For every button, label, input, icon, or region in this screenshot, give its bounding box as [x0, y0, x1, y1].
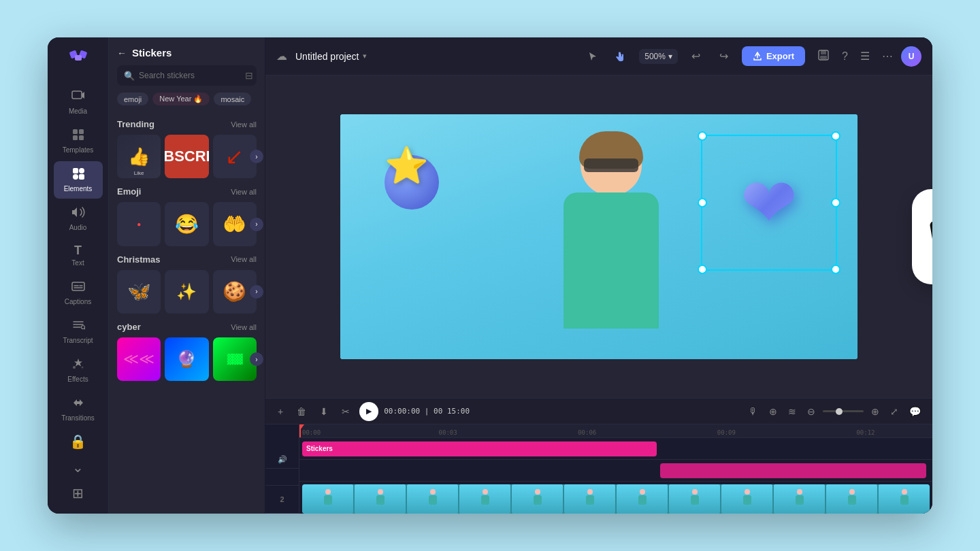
sidebar-item-label-captions: Captions — [65, 298, 91, 306]
video-frame-5[interactable] — [512, 484, 563, 514]
sidebar-item-lock[interactable]: 🔒 — [54, 429, 103, 454]
video-frame-1[interactable] — [302, 484, 353, 514]
handle-top-left[interactable] — [698, 131, 707, 141]
sidebar-item-media[interactable]: Media — [54, 84, 103, 121]
more-btn[interactable]: ⋯ — [878, 47, 897, 65]
play-button[interactable]: ▶ — [359, 402, 378, 421]
mic-btn[interactable]: 🎙 — [745, 404, 762, 419]
tag-new-year[interactable]: New Year 🔥 — [152, 93, 210, 105]
zoom-slider[interactable] — [823, 410, 864, 412]
playhead — [299, 424, 301, 437]
handle-top-right[interactable] — [831, 131, 840, 141]
christmas-sticker-1[interactable]: 🦋 — [117, 270, 161, 314]
zoom-out-btn[interactable]: ⊖ — [804, 404, 819, 419]
user-avatar[interactable]: U — [901, 46, 921, 67]
app-container: Media Templates — [48, 37, 932, 514]
handle-bottom-left[interactable] — [698, 265, 707, 274]
export-button[interactable]: Export — [742, 46, 805, 66]
hand-tool-btn[interactable] — [609, 47, 631, 66]
fullscreen-btn[interactable]: ⤢ — [887, 404, 902, 419]
timeline-tracks: 🔊 2 00:00 00:03 00:06 00:09 — [265, 424, 932, 514]
save-btn[interactable] — [813, 46, 834, 67]
video-frame-3[interactable] — [407, 484, 458, 514]
sidebar-item-captions[interactable]: Captions — [54, 274, 103, 312]
view-all-cyber[interactable]: View all — [231, 323, 257, 331]
cyber-sticker-1[interactable]: ≪≪ — [117, 337, 161, 381]
cyber-sticker-2[interactable]: 🔮 — [165, 337, 208, 381]
magnet-btn[interactable]: ⊕ — [766, 404, 781, 419]
tag-emoji[interactable]: emoji — [117, 93, 148, 105]
back-button[interactable]: ← Stickers — [117, 47, 172, 59]
timeline-delete-btn[interactable]: 🗑 — [293, 403, 310, 420]
timeline-add-btn[interactable]: + — [274, 403, 287, 420]
timeline-split-btn[interactable]: ✂ — [338, 403, 354, 420]
handle-middle-left[interactable] — [698, 198, 707, 207]
zoom-control[interactable]: 500% ▾ — [639, 49, 678, 64]
svg-rect-6 — [73, 135, 78, 140]
sticker-heart[interactable]: ❤ — [708, 141, 830, 264]
sticker-bar-1[interactable]: Stickers — [302, 441, 657, 456]
search-input[interactable] — [139, 71, 241, 80]
video-frame-7[interactable] — [617, 484, 668, 514]
video-frame-4[interactable] — [459, 484, 510, 514]
video-frame-2[interactable] — [355, 484, 406, 514]
emoji-scroll-right[interactable]: › — [250, 218, 263, 231]
video-frame-11[interactable] — [826, 484, 877, 514]
handle-middle-right[interactable] — [831, 198, 840, 207]
emoji-sticker-1[interactable]: ● — [117, 202, 161, 246]
sidebar-item-text[interactable]: T Text — [54, 239, 103, 273]
timeline-download-btn[interactable]: ⬇ — [316, 403, 332, 420]
sidebar-item-audio[interactable]: Audio — [54, 200, 103, 237]
svg-rect-7 — [79, 135, 84, 140]
christmas-scroll-right[interactable]: › — [250, 285, 263, 299]
sidebar-item-effects[interactable]: Effects — [54, 352, 103, 389]
trending-sticker-1[interactable]: 👍 Like — [117, 135, 161, 178]
sidebar-item-transitions[interactable]: Transitions — [54, 390, 103, 428]
view-all-christmas[interactable]: View all — [231, 255, 257, 263]
video-frame-8[interactable] — [669, 484, 720, 514]
sidebar-item-templates[interactable]: Templates — [54, 122, 103, 160]
video-frame-10[interactable] — [774, 484, 825, 514]
project-name[interactable]: Untitled project ▾ — [295, 51, 367, 62]
video-frame-9[interactable] — [721, 484, 772, 514]
emoji-sticker-2[interactable]: 😂 — [165, 202, 208, 246]
caption-timeline-btn[interactable]: 💬 — [906, 404, 924, 419]
cyber-scroll-right[interactable]: › — [250, 352, 263, 366]
waveform-btn[interactable]: ≋ — [785, 404, 800, 419]
menu-btn[interactable]: ☰ — [856, 47, 874, 65]
cyber-grid: ≪≪ 🔮 ▓▓▓ › — [117, 337, 257, 381]
video-frame-12[interactable] — [879, 484, 930, 514]
sidebar-item-elements[interactable]: Elements — [54, 161, 103, 199]
sticker-bar-2[interactable] — [660, 463, 926, 478]
sidebar-item-transcript[interactable]: Transcript — [54, 313, 103, 350]
sidebar-item-expand[interactable]: ⌄ — [54, 455, 103, 480]
panel-title: Stickers — [132, 47, 172, 59]
redo-btn[interactable]: ↪ — [714, 46, 734, 67]
undo-btn[interactable]: ↩ — [686, 46, 706, 67]
time-marker-2: 00:06 — [578, 429, 596, 436]
help-btn[interactable]: ? — [838, 48, 852, 65]
christmas-sticker-2[interactable]: ✨ — [165, 270, 208, 314]
cursor-tool-btn[interactable] — [582, 47, 604, 66]
section-trending-title: Trending — [117, 119, 154, 129]
video-frame-6[interactable] — [564, 484, 615, 514]
time-display: 00:00:00 | 00 15:00 — [384, 407, 470, 416]
trending-scroll-right[interactable]: › — [250, 150, 263, 163]
time-ruler: 00:00 00:03 00:06 00:09 00:12 — [299, 424, 932, 438]
view-all-emoji[interactable]: View all — [231, 188, 257, 196]
trending-sticker-2[interactable]: SUBSCRIBE — [165, 135, 208, 178]
search-bar: 🔍 ⊟ — [117, 65, 257, 86]
handle-bottom-right[interactable] — [831, 265, 840, 274]
sidebar-item-settings[interactable]: ⊞ — [54, 481, 103, 505]
tag-mosaic[interactable]: mosaic — [214, 93, 251, 105]
canvas-frame: ⭐ — [340, 114, 858, 359]
sticker-label: Stickers — [306, 445, 333, 452]
view-all-trending[interactable]: View all — [231, 120, 257, 129]
filter-icon[interactable]: ⊟ — [245, 70, 253, 81]
zoom-in-btn[interactable]: ⊕ — [868, 404, 883, 419]
templates-icon — [71, 128, 85, 144]
audio-mute-btn[interactable]: 🔊 — [265, 452, 299, 469]
track-expand-btn[interactable] — [265, 469, 299, 486]
sticker-star-ball[interactable]: ⭐ — [381, 148, 442, 210]
timeline-area: + 🗑 ⬇ ✂ ▶ 00:00:00 | 00 15:00 🎙 ⊕ ≋ ⊖ — [265, 398, 932, 514]
